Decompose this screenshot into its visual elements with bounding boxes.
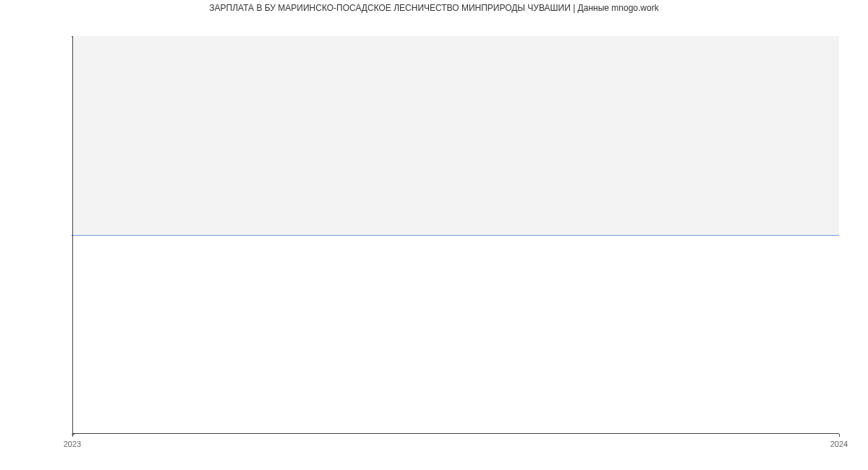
x-tick-label: 2023 [51, 440, 94, 448]
tick-mark [839, 434, 840, 437]
x-tick-label: 2024 [817, 440, 861, 448]
series-line [73, 235, 839, 236]
chart-title: ЗАРПЛАТА В БУ МАРИИНСКО-ПОСАДСКОЕ ЛЕСНИЧ… [0, 3, 868, 13]
plot-area [72, 36, 839, 434]
tick-mark [72, 434, 73, 437]
area-fill [73, 36, 839, 235]
salary-chart: ЗАРПЛАТА В БУ МАРИИНСКО-ПОСАДСКОЕ ЛЕСНИЧ… [0, 0, 868, 470]
